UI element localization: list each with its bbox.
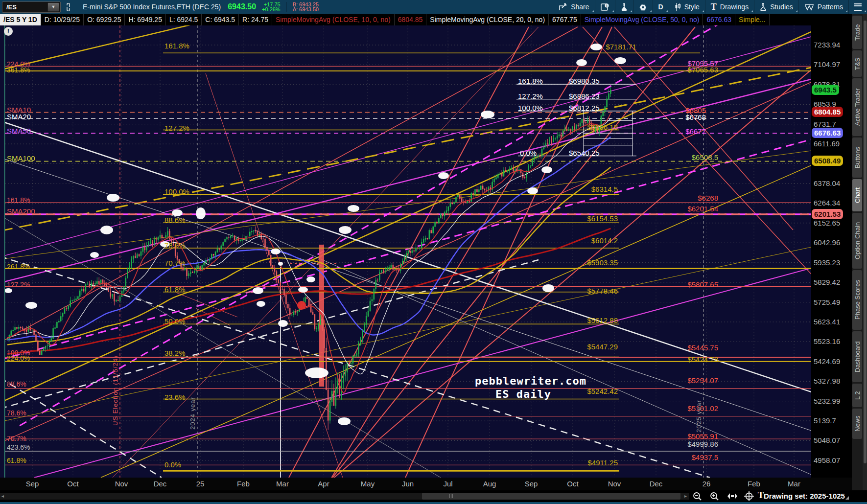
x-axis-tick: Feb [237,480,250,488]
right-sidebar: TradeT&SActive TraderButtonsChartOption … [852,14,867,504]
y-axis-tick: 5232.99 [814,397,840,405]
y-axis-tick: 6264.34 [814,199,840,207]
sidebar-tab-trade[interactable]: Trade [852,16,862,49]
x-axis-tick: Dec [650,480,663,488]
top-toolbar: /ES ▼ E-mini S&P 500 Index Futures,ETH (… [0,0,867,14]
sidebar-tab-news[interactable]: News [852,409,862,439]
bottom-toolbar: ◂ ▸ T Drawing set: 2025-1025 [0,490,867,502]
y-axis-tick: 6611.69 [814,139,840,148]
drawing-set-expander[interactable] [845,496,849,500]
interval-dropdown[interactable]: D [653,0,669,14]
price-badge: 6508.49 [812,156,843,166]
symbol-value[interactable]: /ES [2,3,47,11]
analysis-tools-button[interactable] [615,0,633,14]
chart-header-cell[interactable]: SimpleMovingAvg (CLOSE, 20, 0, no) [426,14,549,25]
last-price: 6943.50 [228,2,256,11]
alert-icon[interactable]: ! [4,27,13,36]
window-edge [0,502,867,504]
horizontal-scrollbar[interactable]: ◂ ▸ [0,493,689,500]
link-icon[interactable] [61,0,76,14]
horizontal-scrollbar-thumb[interactable] [422,493,680,500]
y-axis-tick: 6731.7 [814,120,836,128]
y-axis-tick: 4958.07 [814,456,840,464]
sidebar-tab-dashboard[interactable]: Dashboard [852,331,862,382]
x-axis-tick: Apr [318,480,329,488]
x-axis-tick: Oct [567,480,578,488]
patterns-dropdown[interactable]: Patterns [798,0,848,14]
menu-button[interactable] [848,0,867,14]
sidebar-tab-option-chain[interactable]: Option Chain [852,213,862,269]
share-button[interactable]: Share [554,0,594,14]
chart-header: /ES 5 Y 1DD: 10/29/25O: 6929.25H: 6949.2… [0,14,852,25]
x-axis-tick: Nov [608,480,621,488]
chart-header-cell[interactable]: 6804.85 [395,14,427,25]
zoom-out-icon[interactable] [692,491,703,501]
x-axis-tick: Sep [26,480,39,488]
y-axis-tick: 5523.16 [814,337,840,345]
zoom-in-icon[interactable] [709,491,720,501]
trading-platform-window: { "toolbar": { "symbol": "/ES", "title":… [0,0,867,504]
chart-header-cell[interactable]: SimpleMovingAvg (CLOSE, 50, 0, no) [581,14,703,25]
chart-describe-button[interactable]: i [595,0,615,14]
symbol-input[interactable]: /ES ▼ [2,1,61,13]
chart-header-cell[interactable]: Simple... [735,14,769,25]
drawings-dropdown[interactable]: T Drawings [705,0,754,14]
note-info-icon: i [601,3,609,11]
y-axis-tick: 5424.69 [814,357,840,366]
chart-canvas[interactable] [0,0,852,504]
x-axis-tick: Feb [748,480,760,488]
y-axis-tick: 6378.04 [814,179,840,187]
price-badge: 6943.5 [812,85,839,95]
y-axis-tick: 5623.41 [814,318,840,326]
sidebar-tab-phase-scores[interactable]: Phase Scores [852,270,862,330]
x-axis-tick: Jun [402,480,414,488]
crosshair-icon[interactable] [744,491,754,501]
scroll-left-arrow[interactable]: ◂ [1,493,4,499]
style-dropdown[interactable]: Style [669,0,705,14]
chart-header-cell[interactable]: SimpleMovingAvg (CLOSE, 10, 0, no) [272,14,395,25]
pan-icon[interactable] [727,491,738,501]
chart-header-cell: /ES 5 Y 1D [0,14,41,25]
symbol-dropdown-icon[interactable]: ▼ [47,2,59,12]
x-axis-tick: Nov [115,480,128,488]
time-axis[interactable]: SepOctNovDec25FebMarAprMayJunJulAugSepOc… [0,478,852,490]
y-axis-tick: 6042.96 [814,238,840,247]
scroll-right-arrow[interactable]: ▸ [684,493,687,499]
y-axis-tick: 7104.97 [814,60,840,69]
gear-icon [639,3,647,11]
sidebar-tab-buttons[interactable]: Buttons [852,137,862,178]
vertical-scrollbar[interactable] [863,14,867,504]
chart-header-cell: H: 6949.25 [125,14,166,25]
chart-header-cell[interactable]: 6676.63 [703,14,735,25]
y-axis-tick: 5725.49 [814,298,840,306]
sidebar-tab-active-trader[interactable]: Active Trader [852,78,862,136]
drawings-icon: T [711,2,717,12]
price-badge: 6201.53 [812,209,843,219]
studies-flask-icon [760,3,767,11]
x-axis-tick: Sep [525,480,538,488]
chart-header-cell: R: 24.75 [239,14,272,25]
share-icon [559,3,567,11]
sidebar-tab-chart[interactable]: Chart [852,179,862,211]
price-axis[interactable]: 7233.947104.976978.316853.96731.76611.69… [811,25,852,478]
y-axis-tick: 6152.65 [814,219,840,227]
y-axis-tick: 5327.98 [814,377,840,385]
price-badge: 6804.85 [812,107,843,117]
x-axis-tick: 25 [196,480,205,488]
studies-dropdown[interactable]: Studies [754,0,798,14]
hamburger-icon [854,3,862,11]
sidebar-tab-l-2[interactable]: L 2 [852,384,862,407]
sidebar-tab-t-s[interactable]: T&S [852,50,862,77]
drawing-set-label[interactable]: Drawing set: 2025-1025 [764,492,845,500]
vertical-scrollbar-thumb[interactable] [864,21,867,463]
patterns-icon [804,3,814,11]
y-axis-tick: 5935.23 [814,258,840,267]
settings-button[interactable] [633,0,653,14]
y-axis-tick: 5139.7 [814,416,836,425]
x-axis-tick: May [361,480,375,488]
x-axis-tick: Jul [443,480,452,488]
svg-text:i: i [606,4,607,7]
x-axis-tick: Aug [483,480,496,488]
chart-header-cell[interactable]: 6767.75 [549,14,581,25]
price-badge: 6676.63 [812,128,843,138]
